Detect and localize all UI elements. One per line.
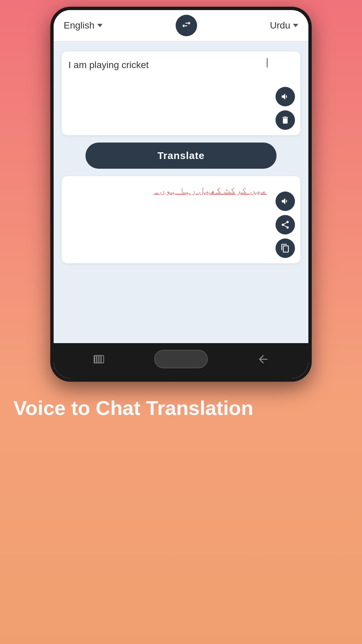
- back-button[interactable]: [255, 351, 272, 368]
- swap-button[interactable]: [176, 15, 197, 36]
- phone-frame: English Urdu: [50, 7, 312, 382]
- source-chevron-icon: [97, 24, 103, 27]
- input-text-display[interactable]: I am playing cricket: [68, 58, 294, 98]
- input-box: I am playing cricket: [62, 51, 300, 135]
- target-chevron-icon: [293, 24, 298, 27]
- phone-nav: [54, 343, 308, 378]
- input-actions: [276, 87, 295, 130]
- target-language-selector[interactable]: Urdu: [270, 20, 298, 31]
- source-language-selector[interactable]: English: [64, 20, 103, 31]
- target-language-label: Urdu: [270, 20, 290, 31]
- language-bar: English Urdu: [54, 10, 308, 41]
- output-text: میں کرکٹ کھیل رہا ہوں۔: [68, 183, 267, 198]
- translate-btn-container: Translate: [62, 143, 300, 169]
- screen-content: I am playing cricket: [54, 41, 308, 343]
- source-language-label: English: [64, 20, 95, 31]
- speak-output-button[interactable]: [276, 192, 295, 211]
- phone-container: English Urdu: [50, 7, 312, 382]
- text-cursor: [267, 58, 267, 67]
- input-text: I am playing cricket: [68, 58, 267, 98]
- output-actions: [276, 192, 295, 258]
- tagline: Voice to Chat Translation: [0, 395, 362, 421]
- speak-input-button[interactable]: [276, 87, 295, 106]
- home-button[interactable]: [154, 350, 208, 368]
- phone-screen: English Urdu: [54, 10, 308, 378]
- translate-button[interactable]: Translate: [85, 143, 277, 169]
- swap-icon: [181, 19, 192, 32]
- output-box: میں کرکٹ کھیل رہا ہوں۔: [62, 176, 300, 263]
- delete-input-button[interactable]: [276, 110, 295, 130]
- share-output-button[interactable]: [276, 215, 295, 234]
- copy-output-button[interactable]: [276, 238, 295, 258]
- recent-apps-button[interactable]: [90, 351, 107, 368]
